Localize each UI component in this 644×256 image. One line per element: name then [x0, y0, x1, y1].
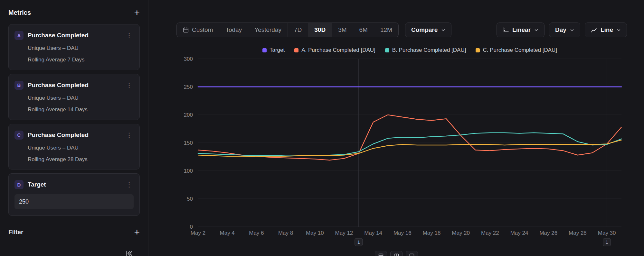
legend-item[interactable]: A. Purchase Completed [DAU]	[294, 47, 375, 53]
chart-action-button-3[interactable]	[406, 251, 418, 256]
filter-section: Filter +	[8, 229, 140, 236]
metric-card-header: A Purchase Completed ⋮	[14, 31, 134, 40]
add-metric-button[interactable]: +	[134, 9, 140, 16]
x-tick-label: May 2	[191, 230, 205, 236]
y-tick-label: 50	[187, 196, 193, 202]
date-range-label: 7D	[294, 26, 302, 33]
metric-transform: Rolling Average 14 Days	[14, 106, 134, 113]
date-range-label: 6M	[359, 26, 368, 33]
metric-options-icon[interactable]: ⋮	[125, 32, 134, 39]
y-tick-label: 0	[190, 224, 193, 230]
chart-action-button-1[interactable]	[375, 251, 387, 256]
date-range-label: Yesterday	[254, 26, 281, 33]
legend-label: A. Purchase Completed [DAU]	[301, 47, 375, 53]
x-tick-label: May 26	[539, 230, 557, 236]
sidebar-header: Metrics +	[8, 9, 140, 16]
date-range-label: Custom	[192, 26, 213, 33]
metric-measure: Unique Users – DAU	[14, 145, 134, 151]
calendar-icon	[183, 27, 189, 33]
metric-card-header: D Target ⋮	[14, 180, 134, 189]
chart-legend: TargetA. Purchase Completed [DAU]B. Purc…	[198, 47, 621, 53]
x-tick-label: May 4	[220, 230, 235, 236]
y-tick-label: 250	[184, 84, 193, 90]
metric-card-header: B Purchase Completed ⋮	[14, 81, 134, 90]
compare-button[interactable]: Compare	[405, 23, 451, 37]
metric-title: Purchase Completed	[28, 32, 120, 39]
x-tick-label: May 16	[393, 230, 412, 236]
annotation-badge[interactable]: 1	[603, 238, 611, 246]
date-range-yesterday[interactable]: Yesterday	[248, 23, 288, 37]
metric-title: Purchase Completed	[28, 82, 120, 89]
x-tick-label: May 30	[598, 230, 616, 236]
metric-options-icon[interactable]: ⋮	[125, 181, 134, 188]
x-tick-label: May 6	[249, 230, 264, 236]
date-range-3m[interactable]: 3M	[332, 23, 353, 37]
date-range-6m[interactable]: 6M	[353, 23, 374, 37]
date-range-7d[interactable]: 7D	[288, 23, 308, 37]
interval-button[interactable]: Day	[549, 23, 580, 37]
bottom-action-bar	[375, 251, 418, 256]
x-tick-label: May 24	[510, 230, 528, 236]
svg-text:1: 1	[606, 240, 608, 245]
date-range-today[interactable]: Today	[219, 23, 248, 37]
metric-measure: Unique Users – DAU	[14, 95, 134, 101]
metric-card-header: C Purchase Completed ⋮	[14, 131, 134, 140]
legend-label: Target	[270, 47, 285, 53]
x-tick-label: May 20	[452, 230, 470, 236]
toolbar-left: Custom Today Yesterday 7D 30D 3M 6M 12M …	[176, 23, 451, 37]
collapse-sidebar-button[interactable]	[126, 250, 133, 256]
scale-button[interactable]: Linear	[497, 23, 545, 37]
app-window: Metrics + A Purchase Completed ⋮ Unique …	[0, 0, 644, 256]
chart-toolbar: Custom Today Yesterday 7D 30D 3M 6M 12M …	[176, 23, 627, 37]
series-line-c	[198, 140, 621, 157]
interval-label: Day	[555, 26, 566, 33]
svg-text:1: 1	[357, 240, 360, 245]
metric-badge: B	[14, 81, 24, 90]
chevron-down-icon	[534, 28, 538, 32]
panel-icon	[378, 253, 384, 256]
metric-badge: C	[14, 131, 24, 140]
legend-swatch-icon	[385, 48, 389, 52]
x-tick-label: May 14	[364, 230, 382, 236]
metric-card-b[interactable]: B Purchase Completed ⋮ Unique Users – DA…	[8, 74, 140, 120]
date-range-30d[interactable]: 30D	[308, 23, 332, 37]
date-range-12m[interactable]: 12M	[374, 23, 398, 37]
x-tick-label: May 8	[278, 230, 293, 236]
metric-card-a[interactable]: A Purchase Completed ⋮ Unique Users – DA…	[8, 24, 140, 70]
legend-label: C. Purchase Completed [DAU]	[483, 47, 557, 53]
metric-card-c[interactable]: C Purchase Completed ⋮ Unique Users – DA…	[8, 124, 140, 170]
target-title: Target	[28, 181, 120, 188]
scale-label: Linear	[512, 26, 531, 33]
metric-measure: Unique Users – DAU	[14, 45, 134, 51]
x-tick-label: May 28	[569, 230, 587, 236]
legend-swatch-icon	[476, 48, 480, 52]
line-chart: 050100150200250300May 2May 4May 6May 8Ma…	[148, 55, 644, 256]
collapse-sidebar-icon	[126, 250, 133, 256]
metric-transform: Rolling Average 7 Days	[14, 57, 134, 63]
add-filter-button[interactable]: +	[134, 229, 140, 236]
date-range-custom[interactable]: Custom	[177, 23, 219, 37]
y-tick-label: 100	[184, 168, 193, 174]
annotation-badge[interactable]: 1	[355, 238, 363, 246]
x-tick-label: May 12	[335, 230, 353, 236]
chevron-down-icon	[570, 28, 574, 32]
legend-swatch-icon	[294, 48, 298, 52]
sidebar-title: Metrics	[8, 9, 31, 16]
chart-type-button[interactable]: Line	[585, 23, 627, 37]
date-range-label: 12M	[380, 26, 392, 33]
axis-icon	[503, 27, 509, 33]
target-value-input[interactable]	[14, 194, 134, 209]
metric-options-icon[interactable]: ⋮	[125, 131, 134, 139]
legend-swatch-icon	[262, 48, 267, 52]
x-tick-label: May 18	[423, 230, 441, 236]
x-tick-label: May 10	[306, 230, 324, 236]
chart-action-button-2[interactable]	[390, 251, 402, 256]
target-card[interactable]: D Target ⋮	[8, 173, 140, 216]
metric-title: Purchase Completed	[28, 132, 120, 139]
legend-item[interactable]: B. Purchase Completed [DAU]	[385, 47, 466, 53]
chart-panel: Custom Today Yesterday 7D 30D 3M 6M 12M …	[148, 0, 644, 256]
legend-item[interactable]: Target	[262, 47, 285, 53]
legend-item[interactable]: C. Purchase Completed [DAU]	[476, 47, 557, 53]
metric-options-icon[interactable]: ⋮	[125, 81, 134, 89]
compare-label: Compare	[411, 26, 438, 33]
